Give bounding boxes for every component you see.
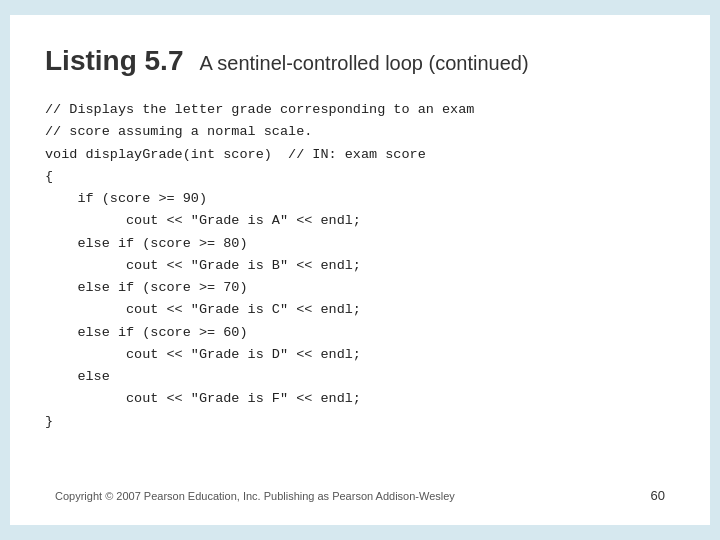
listing-subtitle: A sentinel-controlled loop (continued) [199, 52, 528, 75]
code-content: // Displays the letter grade correspondi… [45, 102, 474, 429]
code-block: // Displays the letter grade correspondi… [45, 99, 675, 433]
footer-copyright: Copyright © 2007 Pearson Education, Inc.… [55, 490, 455, 502]
footer: Copyright © 2007 Pearson Education, Inc.… [55, 488, 665, 503]
footer-page-number: 60 [651, 488, 665, 503]
listing-title: Listing 5.7 [45, 45, 183, 77]
title-row: Listing 5.7 A sentinel-controlled loop (… [45, 45, 675, 77]
slide: Listing 5.7 A sentinel-controlled loop (… [10, 15, 710, 525]
